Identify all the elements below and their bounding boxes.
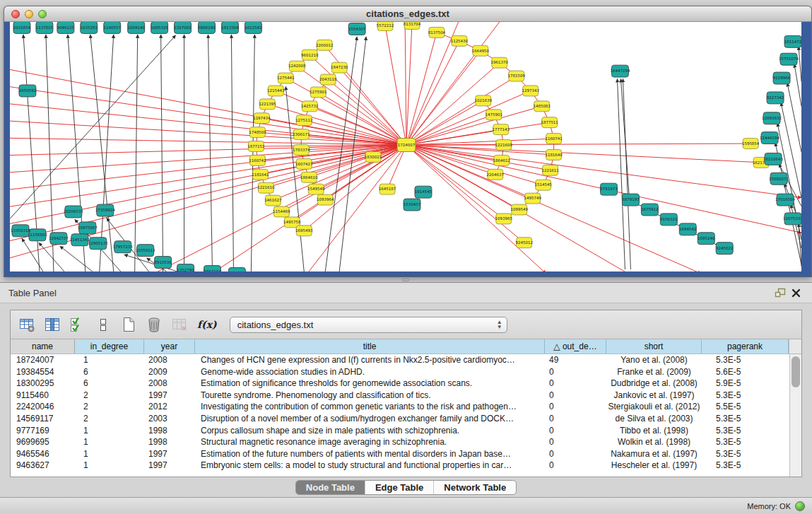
table-content-frame: f(x) citations_edges.txt ▲▼ namein_degre… [10, 310, 802, 477]
window-titlebar[interactable]: citations_edges.txt [4, 6, 811, 22]
panel-resize-handle[interactable] [402, 279, 409, 281]
graph-edge [266, 145, 406, 188]
delete-column-trash-button[interactable] [143, 314, 165, 335]
close-window-button[interactable] [11, 10, 20, 18]
graph-node-label: 1215443 [267, 88, 285, 93]
tab-network-table[interactable]: Network Table [433, 481, 516, 494]
graph-edge [208, 35, 212, 271]
memory-status-indicator[interactable] [795, 501, 805, 511]
column-header-short[interactable]: short [606, 339, 702, 354]
table-select-dropdown[interactable]: citations_edges.txt ▲▼ [230, 317, 507, 333]
table-settings-button[interactable] [16, 314, 37, 335]
table-row[interactable]: 2242004622012Investigating the contribut… [11, 401, 801, 413]
column-header-name[interactable]: name [11, 339, 75, 354]
graph-edge [405, 22, 406, 145]
graph-node-label: 1748508 [249, 130, 266, 134]
graph-node-label: 1877511 [541, 120, 558, 124]
table-cell-title: Corpus callosum shape and size in male p… [195, 425, 545, 437]
table-cell-year: 1998 [144, 425, 195, 437]
graph-node-label: 1645187 [379, 187, 396, 191]
table-cell-in_degree: 2 [75, 413, 144, 425]
table-cell-year: 2008 [144, 354, 195, 366]
memory-status-label: Memory: OK [747, 502, 791, 510]
graph-node-label: 2009140 [127, 25, 145, 30]
minimize-window-button[interactable] [25, 10, 33, 18]
graph-node-label: 1065328 [151, 25, 168, 30]
graph-node-label: 1830021 [365, 155, 382, 159]
table-row[interactable]: 1938455462009Genome-wide association stu… [11, 366, 801, 378]
select-column-button[interactable] [42, 314, 63, 335]
column-header-year[interactable]: year [144, 339, 195, 354]
table-cell-in_degree: 1 [75, 425, 144, 437]
graph-node-label: 1242008 [288, 64, 306, 68]
graph-node-label: 1695493 [295, 228, 313, 233]
tab-edge-table[interactable]: Edge Table [365, 481, 433, 494]
graph-edge [799, 47, 801, 82]
graph-edge [10, 68, 406, 145]
graph-node-label: 1140557 [104, 25, 122, 30]
scrollbar-thumb[interactable] [792, 356, 800, 387]
graph-node-label: 2650592 [19, 88, 36, 93]
column-header-pagerank[interactable]: pagerank [702, 339, 789, 354]
graph-node-label: 9863104 [204, 269, 221, 271]
graph-node-label: 1595854 [742, 141, 760, 146]
table-cell-in_degree: 1 [75, 436, 144, 448]
network-canvas[interactable]: 2260012960121812420081275441121544312213… [10, 22, 801, 271]
table-cell-out_degree: 0 [545, 460, 606, 472]
graph-node-label: 17016504 [775, 197, 795, 201]
graph-node-label: 1664950 [472, 49, 490, 53]
table-cell-pagerank: 5.3E-5 [702, 448, 789, 460]
graph-edge [10, 85, 406, 145]
tab-node-table[interactable]: Node Table [296, 481, 365, 494]
table-row[interactable]: 1456911722003Disruption of a novel membe… [11, 413, 801, 425]
row-height-button[interactable] [93, 314, 114, 335]
graph-node-label: 11451341 [70, 238, 90, 242]
table-cell-out_degree: 0 [545, 413, 606, 425]
graph-node-label: 1093964 [317, 197, 334, 201]
column-header-out_degree[interactable]: △ out_de… [545, 339, 606, 354]
table-cell-year: 1997 [144, 448, 195, 460]
select-columns-checklist-button[interactable] [67, 314, 88, 335]
table-row[interactable]: 1872400712008Changes of HCN gene express… [11, 354, 801, 366]
graph-node-label: 6879197 [622, 197, 640, 201]
graph-node-label: 1864612 [493, 158, 510, 163]
graph-edge [406, 51, 481, 145]
table-cell-title: Structural magnetic resonance image aver… [195, 436, 545, 448]
table-cell-name: 18300295 [11, 378, 75, 390]
vertical-scrollbar[interactable] [789, 354, 801, 477]
function-builder-button[interactable]: f(x) [197, 319, 217, 330]
stepper-arrows-icon: ▲▼ [497, 320, 502, 329]
zoom-window-button[interactable] [38, 10, 47, 18]
graph-node-label: 2306171 [293, 132, 310, 136]
graph-node-label: 1021639 [475, 98, 493, 103]
graph-edge [161, 35, 163, 271]
table-cell-year: 2003 [144, 413, 195, 425]
table-row[interactable]: 1830029562008Estimation of significance … [11, 378, 801, 390]
graph-node-label: 1675912 [641, 207, 658, 211]
column-header-title[interactable]: title [195, 339, 545, 354]
graph-node-label: 1811472 [784, 40, 801, 44]
table-cell-pagerank: 5.3E-5 [702, 436, 789, 448]
graph-node-label: 1160741 [545, 136, 562, 141]
table-tabs: Node TableEdge TableNetwork Table [295, 480, 517, 495]
graph-node-label: 1694542 [679, 227, 696, 231]
graph-node-label: 2031654 [13, 25, 31, 30]
graph-node-label: 1160742 [249, 158, 266, 163]
network-graph: 2260012960121812420081275441121544312213… [10, 22, 801, 271]
table-row[interactable]: 969969511998Structural magnetic resonanc… [11, 436, 801, 448]
new-column-button[interactable] [118, 314, 139, 335]
graph-node-label: 11675331 [783, 216, 801, 221]
graph-node-label: 1137015 [36, 25, 53, 30]
column-header-in_degree[interactable]: in_degree [75, 339, 144, 354]
close-icon[interactable] [788, 286, 804, 300]
table-row[interactable]: 977716911998Corpus callosum shape and si… [11, 425, 801, 437]
graph-node-label: 9156321 [660, 217, 677, 221]
float-window-icon[interactable] [772, 286, 788, 300]
table-row[interactable]: 911546021997Tourette syndrome. Phenomeno… [11, 390, 801, 402]
table-cell-title: Disruption of a novel member of a sodium… [195, 413, 545, 425]
table-row[interactable]: 946362711997Embryonic stem cells: a mode… [11, 460, 801, 472]
table-row[interactable]: 946554611997Estimation of the future num… [11, 448, 801, 460]
graph-node-label: 13350318 [11, 228, 30, 233]
table-cell-year: 1998 [144, 436, 195, 448]
graph-node-label: 1914545 [415, 189, 432, 194]
